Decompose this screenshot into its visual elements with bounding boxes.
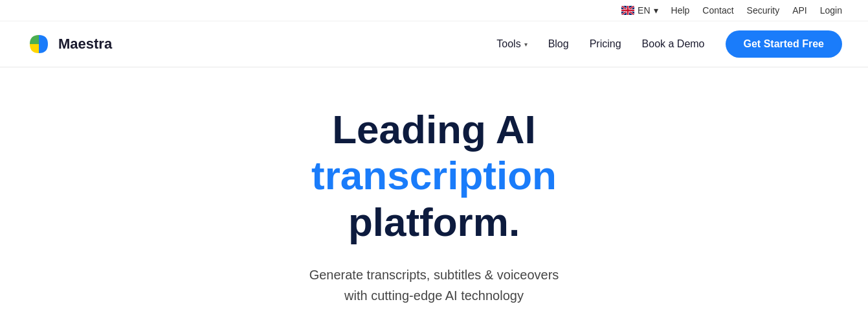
- hero-title-line3: platform.: [348, 200, 520, 244]
- flag-icon: [621, 6, 634, 15]
- hero-title: Leading AI transcription platform.: [311, 106, 557, 245]
- hero-subtitle-line1: Generate transcripts, subtitles & voiceo…: [309, 268, 559, 282]
- api-link[interactable]: API: [792, 5, 807, 16]
- nav-links: Tools ▾ Blog Pricing Book a Demo Get Sta…: [496, 30, 842, 58]
- logo-text: Maestra: [58, 36, 112, 52]
- hero-subtitle-line2: with cutting-edge AI technology: [344, 288, 524, 303]
- security-link[interactable]: Security: [747, 5, 780, 16]
- language-selector[interactable]: EN ▾: [621, 5, 658, 16]
- top-utility-bar: EN ▾ Help Contact Security API Login: [0, 0, 868, 21]
- contact-link[interactable]: Contact: [702, 5, 733, 16]
- lang-chevron: ▾: [654, 5, 658, 16]
- get-started-button[interactable]: Get Started Free: [726, 30, 842, 58]
- logo[interactable]: Maestra: [26, 31, 112, 57]
- nav-blog[interactable]: Blog: [548, 38, 569, 50]
- top-bar-items: EN ▾ Help Contact Security API Login: [621, 5, 842, 16]
- main-navbar: Maestra Tools ▾ Blog Pricing Book a Demo…: [0, 21, 868, 67]
- hero-title-line2: transcription: [311, 153, 557, 198]
- hero-title-line1: Leading AI: [332, 107, 536, 152]
- help-link[interactable]: Help: [671, 5, 690, 16]
- nav-tools[interactable]: Tools ▾: [496, 38, 527, 50]
- tools-chevron-icon: ▾: [524, 41, 528, 48]
- logo-icon: [26, 31, 52, 57]
- nav-book-demo[interactable]: Book a Demo: [642, 38, 705, 50]
- login-link[interactable]: Login: [820, 5, 842, 16]
- hero-section: Leading AI transcription platform. Gener…: [0, 67, 868, 326]
- hero-subtitle: Generate transcripts, subtitles & voiceo…: [309, 264, 559, 306]
- nav-pricing[interactable]: Pricing: [590, 38, 621, 50]
- lang-label: EN: [638, 5, 650, 16]
